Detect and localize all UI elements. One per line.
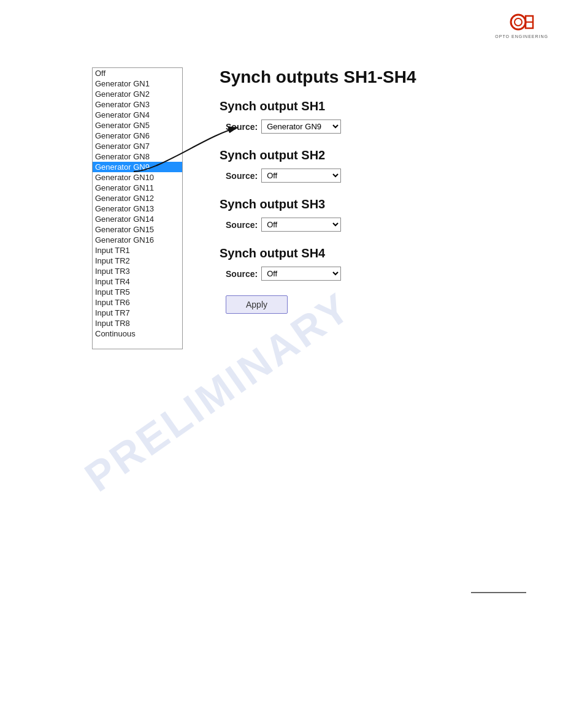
source-select-sh2[interactable]: OffGenerator GN1Generator GN2Generator G… [261, 169, 341, 183]
sidebar-item[interactable]: Input TR7 [93, 308, 182, 318]
sidebar-item[interactable]: Generator GN9 [93, 162, 182, 172]
sidebar-item[interactable]: Generator GN2 [93, 89, 182, 99]
sidebar-item[interactable]: Generator GN11 [93, 183, 182, 193]
sidebar-item[interactable]: Generator GN10 [93, 172, 182, 183]
source-label-sh2: Source: [226, 171, 258, 181]
sidebar-item[interactable]: Generator GN7 [93, 141, 182, 151]
opto-engineering-logo-icon [508, 11, 535, 33]
source-select-sh1[interactable]: OffGenerator GN1Generator GN2Generator G… [261, 119, 341, 134]
source-label-sh3: Source: [226, 220, 258, 230]
sidebar-item[interactable]: Generator GN16 [93, 235, 182, 245]
source-select-sh4[interactable]: OffGenerator GN1Generator GN2Generator G… [261, 267, 341, 281]
sidebar-item[interactable]: Generator GN5 [93, 120, 182, 131]
sidebar-item[interactable]: Generator GN4 [93, 110, 182, 120]
sidebar-list: OffGenerator GN1Generator GN2Generator G… [92, 67, 183, 349]
sidebar-item[interactable]: Generator GN3 [93, 99, 182, 110]
sidebar-item[interactable]: Generator GN8 [93, 151, 182, 162]
section-title-sh1: Synch output SH1 [220, 99, 563, 113]
sidebar-item[interactable]: Input TR6 [93, 297, 182, 308]
source-row-sh2: Source:OffGenerator GN1Generator GN2Gene… [226, 169, 563, 183]
sidebar-item[interactable]: Continuous [93, 328, 182, 339]
sidebar-item[interactable]: Generator GN1 [93, 78, 182, 89]
sidebar-item[interactable]: Input TR1 [93, 245, 182, 256]
section-title-sh4: Synch output SH4 [220, 246, 563, 260]
section-sh4: Synch output SH4Source:OffGenerator GN1G… [220, 246, 563, 281]
sidebar-item[interactable]: Generator GN14 [93, 214, 182, 224]
svg-point-1 [515, 18, 522, 26]
source-row-sh1: Source:OffGenerator GN1Generator GN2Gene… [226, 119, 563, 134]
main-container: OffGenerator GN1Generator GN2Generator G… [92, 67, 563, 349]
source-label-sh4: Source: [226, 269, 258, 279]
sections-container: Synch output SH1Source:OffGenerator GN1G… [220, 99, 563, 314]
sidebar-item[interactable]: Generator GN12 [93, 193, 182, 203]
section-sh2: Synch output SH2Source:OffGenerator GN1G… [220, 148, 563, 183]
section-sh1: Synch output SH1Source:OffGenerator GN1G… [220, 99, 563, 134]
logo-brand-text: OPTO ENGINEERING [495, 34, 548, 39]
section-sh3: Synch output SH3Source:OffGenerator GN1G… [220, 197, 563, 232]
source-row-sh3: Source:OffGenerator GN1Generator GN2Gene… [226, 218, 563, 232]
logo-area: OPTO ENGINEERING [495, 11, 548, 39]
sidebar-item[interactable]: Input TR2 [93, 256, 182, 266]
sidebar-item[interactable]: Off [93, 68, 182, 78]
sidebar-item[interactable]: Generator GN6 [93, 131, 182, 141]
sidebar-item[interactable]: Generator GN15 [93, 224, 182, 235]
sidebar-item[interactable]: Input TR8 [93, 318, 182, 328]
sidebar-item[interactable]: Generator GN13 [93, 203, 182, 214]
source-row-sh4: Source:OffGenerator GN1Generator GN2Gene… [226, 267, 563, 281]
apply-button[interactable]: Apply [226, 295, 288, 314]
content-area: Synch outputs SH1-SH4 Synch output SH1So… [220, 67, 563, 349]
section-title-sh2: Synch output SH2 [220, 148, 563, 162]
svg-point-0 [511, 15, 526, 29]
sidebar-item[interactable]: Input TR5 [93, 287, 182, 297]
source-select-sh3[interactable]: OffGenerator GN1Generator GN2Generator G… [261, 218, 341, 232]
sidebar-item[interactable]: Input TR3 [93, 266, 182, 276]
page-title: Synch outputs SH1-SH4 [220, 67, 563, 87]
source-label-sh1: Source: [226, 122, 258, 132]
sidebar-item[interactable]: Input TR4 [93, 276, 182, 287]
bottom-line [471, 592, 526, 593]
section-title-sh3: Synch output SH3 [220, 197, 563, 211]
